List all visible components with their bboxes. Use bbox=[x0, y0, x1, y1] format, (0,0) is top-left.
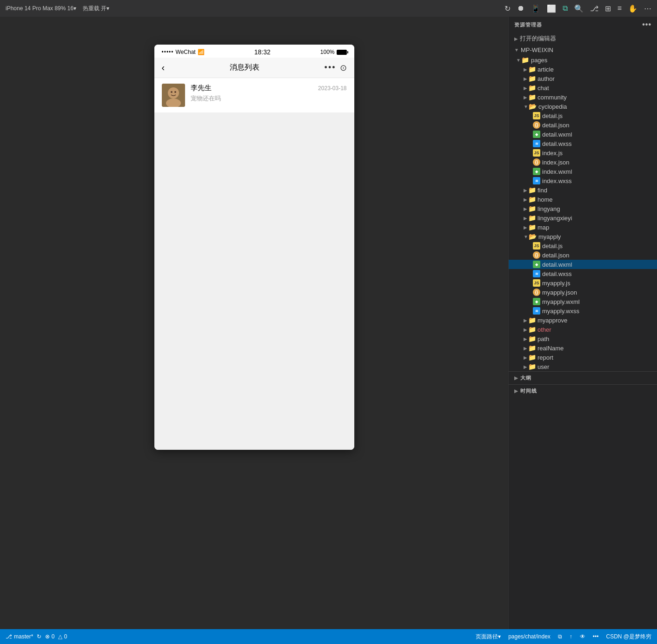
home-folder-icon: 📁 bbox=[528, 196, 536, 203]
find-label: find bbox=[538, 187, 547, 194]
more-button[interactable]: ••• bbox=[325, 63, 336, 72]
community-label: community bbox=[538, 94, 567, 101]
file-label: myapply.wxml bbox=[542, 298, 580, 305]
cyclopedia-index-js[interactable]: JS index.js bbox=[509, 148, 657, 158]
eye-button[interactable]: 👁 bbox=[580, 633, 585, 640]
copy-icon[interactable]: ⧉ bbox=[563, 4, 568, 13]
timeline-header[interactable]: 时间线 bbox=[509, 385, 657, 397]
mp-weixin-header[interactable]: MP-WEIXIN bbox=[509, 45, 657, 55]
outline-header[interactable]: 大纲 bbox=[509, 372, 657, 384]
warnings-count[interactable]: △ 0 bbox=[58, 633, 67, 640]
map-folder[interactable]: 📁 map bbox=[509, 223, 657, 232]
report-caret bbox=[524, 355, 527, 360]
grid-icon[interactable]: ⊞ bbox=[605, 4, 611, 13]
phone-icon[interactable]: 📱 bbox=[531, 4, 540, 13]
chat-preview: 宠物还在吗 bbox=[191, 94, 347, 103]
cyclopedia-index-json[interactable]: {} index.json bbox=[509, 158, 657, 167]
upload-button[interactable]: ↑ bbox=[570, 633, 572, 640]
errors-count[interactable]: ⊗ 0 bbox=[45, 633, 54, 640]
list-icon[interactable]: ≡ bbox=[617, 4, 622, 13]
branch-info[interactable]: ⎇ master* bbox=[6, 633, 33, 640]
page-path-label[interactable]: 页面路径▾ bbox=[476, 633, 501, 641]
realname-caret bbox=[524, 346, 527, 351]
chat-item[interactable]: 李先生 2023-03-18 宠物还在吗 bbox=[154, 78, 354, 113]
realname-folder[interactable]: 📁 realName bbox=[509, 343, 657, 353]
myapply-detail-json[interactable]: {} detail.json bbox=[509, 250, 657, 260]
hand-icon[interactable]: ✋ bbox=[628, 4, 637, 13]
phone-frame: ••••• WeChat 📶 18:32 100% ‹ 消息列表 ••• ⊙ bbox=[154, 45, 354, 450]
user-label: user bbox=[538, 363, 549, 370]
mp-weixin-section: MP-WEIXIN 📁 pages 📁 article 📁 bbox=[509, 45, 657, 371]
file-label: detail.wxml bbox=[542, 131, 572, 138]
myapply-wxss[interactable]: ≋ myapply.wxss bbox=[509, 306, 657, 315]
cyclopedia-index-wxss[interactable]: ≋ index.wxss bbox=[509, 176, 657, 185]
toolbar-icons: ↻ ⏺ 📱 ⬜ ⧉ 🔍 ⎇ ⊞ ≡ ✋ ⋯ bbox=[504, 4, 651, 13]
path-folder[interactable]: 📁 path bbox=[509, 334, 657, 343]
user-folder[interactable]: 📁 user bbox=[509, 362, 657, 371]
status-time: 18:32 bbox=[254, 48, 271, 56]
find-folder[interactable]: 📁 find bbox=[509, 185, 657, 195]
tablet-icon[interactable]: ⬜ bbox=[547, 4, 556, 13]
camera-button[interactable]: ⊙ bbox=[340, 63, 347, 73]
lingyangxieyi-folder[interactable]: 📁 lingyangxieyi bbox=[509, 213, 657, 223]
outline-section: 大纲 bbox=[509, 371, 657, 384]
file-label: detail.wxml bbox=[542, 261, 572, 268]
myapprove-folder[interactable]: 📁 myapprove bbox=[509, 315, 657, 325]
home-folder[interactable]: 📁 home bbox=[509, 195, 657, 204]
cyclopedia-detail-wxml[interactable]: ◆ detail.wxml bbox=[509, 130, 657, 139]
file-label: myapply.js bbox=[542, 280, 570, 287]
file-label: index.wxml bbox=[542, 168, 572, 175]
cyclopedia-detail-json[interactable]: {} detail.json bbox=[509, 120, 657, 130]
wxml-icon: ◆ bbox=[533, 131, 540, 138]
myapprove-caret bbox=[524, 318, 527, 323]
back-button[interactable]: ‹ bbox=[162, 62, 165, 73]
bottom-right: 页面路径▾ pages/chat/index ⧉ ↑ 👁 ••• CSDN @是… bbox=[476, 633, 651, 641]
file-tree: 打开的编辑器 MP-WEIXIN 📁 pages 📁 bbox=[509, 33, 657, 629]
myapply-folder[interactable]: 📂 myapply bbox=[509, 232, 657, 241]
cyclopedia-detail-js[interactable]: JS detail.js bbox=[509, 111, 657, 120]
cyclopedia-folder[interactable]: 📂 cyclopedia bbox=[509, 102, 657, 111]
map-label: map bbox=[538, 224, 549, 231]
open-editors-header[interactable]: 打开的编辑器 bbox=[509, 33, 657, 45]
top-toolbar: iPhone 14 Pro Max 89% 16▾ 热重载 开▾ ↻ ⏺ 📱 ⬜… bbox=[0, 0, 657, 17]
other-label: other bbox=[538, 326, 551, 333]
pages-folder[interactable]: 📁 pages bbox=[509, 55, 657, 65]
chat-folder[interactable]: 📁 chat bbox=[509, 83, 657, 92]
hot-reload[interactable]: 热重载 开▾ bbox=[83, 5, 109, 13]
article-folder-icon: 📁 bbox=[528, 66, 536, 73]
battery-percent: 100% bbox=[320, 49, 335, 55]
device-info[interactable]: iPhone 14 Pro Max 89% 16▾ bbox=[6, 5, 76, 12]
report-folder[interactable]: 📁 report bbox=[509, 353, 657, 362]
myapply-detail-wxml[interactable]: ◆ detail.wxml bbox=[509, 260, 657, 269]
file-label: index.js bbox=[542, 150, 563, 157]
more-options-button[interactable]: ••• bbox=[593, 633, 599, 640]
article-folder[interactable]: 📁 article bbox=[509, 65, 657, 74]
explorer-more-button[interactable]: ••• bbox=[642, 20, 651, 29]
file-path-value: pages/chat/index bbox=[508, 633, 551, 640]
branch-icon[interactable]: ⎇ bbox=[590, 4, 598, 13]
myapply-detail-js[interactable]: JS detail.js bbox=[509, 241, 657, 250]
search-icon[interactable]: 🔍 bbox=[574, 4, 584, 13]
myapply-wxml[interactable]: ◆ myapply.wxml bbox=[509, 297, 657, 306]
myapply-detail-wxss[interactable]: ≋ detail.wxss bbox=[509, 269, 657, 278]
cyclopedia-detail-wxss[interactable]: ≋ detail.wxss bbox=[509, 139, 657, 148]
bottom-left: ⎇ master* ↻ ⊗ 0 △ 0 bbox=[6, 633, 468, 640]
myapprove-folder-icon: 📁 bbox=[528, 316, 536, 324]
phone-status-bar: ••••• WeChat 📶 18:32 100% bbox=[154, 45, 354, 58]
more-icon[interactable]: ⋯ bbox=[644, 4, 651, 13]
copy-button[interactable]: ⧉ bbox=[558, 633, 562, 640]
author-folder[interactable]: 📁 author bbox=[509, 74, 657, 83]
myapply-json[interactable]: {} myapply.json bbox=[509, 288, 657, 297]
sync-button[interactable]: ↻ bbox=[37, 633, 41, 640]
svg-point-3 bbox=[171, 91, 173, 93]
myapply-js[interactable]: JS myapply.js bbox=[509, 278, 657, 288]
other-folder[interactable]: 📁 other bbox=[509, 325, 657, 334]
record-icon[interactable]: ⏺ bbox=[517, 4, 524, 13]
cyclopedia-index-wxml[interactable]: ◆ index.wxml bbox=[509, 167, 657, 176]
home-label: home bbox=[538, 196, 553, 203]
status-right: 100% bbox=[320, 49, 347, 55]
wxss-icon: ≋ bbox=[533, 270, 540, 277]
lingyang-folder[interactable]: 📁 lingyang bbox=[509, 204, 657, 213]
community-folder[interactable]: 📁 community bbox=[509, 92, 657, 102]
refresh-icon[interactable]: ↻ bbox=[504, 4, 511, 13]
